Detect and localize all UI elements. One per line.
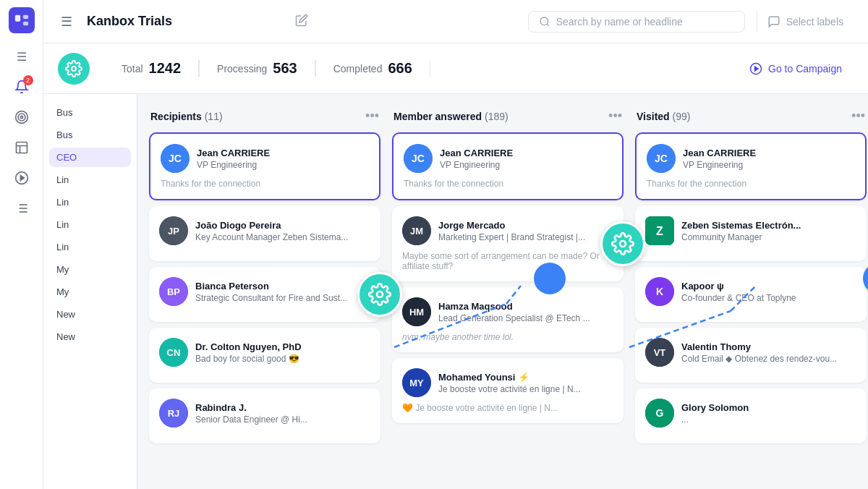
sidebar-icon-menu[interactable]: ☰ [9,43,35,69]
sidebar-icon-play[interactable] [9,165,35,191]
column-header-member: Member answered (189) ••• [392,106,624,127]
svg-marker-8 [20,176,24,181]
sidebar-icon-list[interactable] [9,195,35,221]
card-rabindra[interactable]: RJ Rabindra J. Senior Data Engineer @ Hi… [149,388,380,443]
side-nav-item-lin1[interactable]: Lin [49,170,131,190]
svg-text:VT: VT [654,347,666,358]
stat-completed: Completed 666 [315,60,430,77]
card-hamza[interactable]: HM Hamza Maqsood Lead Generation Special… [392,287,624,352]
card-message-mohamed: 🧡 Je booste votre activité en ligne | N.… [402,403,613,413]
card-bianca[interactable]: BP Bianca Peterson Strategic Consultant … [149,267,380,322]
card-joao[interactable]: JP João Diogo Pereira Key Account Manage… [149,206,380,261]
svg-point-32 [377,292,383,297]
card-person-colton: CN Dr. Colton Nguyen, PhD Bad boy for so… [159,338,370,367]
avatar-mohamed: MY [402,368,431,397]
person-role-glory: ... [681,414,749,425]
person-name-colton: Dr. Colton Nguyen, PhD [195,341,302,352]
person-name-jean-r: Jean CARRIERE [197,148,270,158]
person-info-glory: Glory Solomon ... [681,402,749,425]
search-placeholder: Search by name or headline [556,16,683,27]
notification-badge: 2 [23,75,33,85]
stat-total: Total 1242 [104,60,199,77]
svg-text:JC: JC [655,153,668,164]
person-name-jean-m: Jean CARRIERE [440,148,513,158]
svg-text:MY: MY [409,378,424,388]
sidebar-icon-notifications[interactable]: 2 [9,74,35,100]
stats-bar: Total 1242 Processing 563 Completed 666 … [43,43,868,94]
card-jean-visited[interactable]: JC Jean CARRIERE VP Engineering Thanks f… [635,132,867,200]
side-nav-item-my2[interactable]: My [49,282,131,302]
person-info-jean-m: Jean CARRIERE VP Engineering [440,148,513,170]
card-person-zeben: Z Zeben Sistemas Electrón... Community M… [645,216,856,245]
card-jorge[interactable]: JM Jorge Mercado Marketing Expert | Bran… [392,206,624,281]
column-title-member: Member answered (189) [393,111,509,122]
person-info-colton: Dr. Colton Nguyen, PhD Bad boy for socia… [195,341,302,364]
side-nav-item-lin2[interactable]: Lin [49,192,131,212]
page-title: Kanbox Trials [87,14,284,29]
select-labels[interactable]: Select labels [757,11,854,33]
avatar-jean-r: JC [161,144,190,173]
column-menu-recipients[interactable]: ••• [365,109,379,124]
menu-icon[interactable]: ☰ [58,11,75,33]
side-nav-item-lin4[interactable]: Lin [49,237,131,257]
card-mohamed[interactable]: MY Mohamed Younsi ⚡ Je booste votre acti… [392,358,624,423]
card-colton[interactable]: CN Dr. Colton Nguyen, PhD Bad boy for so… [149,328,380,383]
svg-text:JC: JC [412,153,425,164]
card-jean-recipients[interactable]: JC Jean CARRIERE VP Engineering Thanks f… [149,132,380,200]
side-nav: Bus Bus CEO Lin Lin Lin Lin My My New Ne… [43,94,137,489]
svg-text:JP: JP [168,226,179,237]
side-nav-item-lin3[interactable]: Lin [49,215,131,234]
avatar-zeben: Z [645,216,674,245]
card-message-jean-v: Thanks for the connection [647,179,855,189]
side-nav-item-bus2[interactable]: Bus [49,125,131,145]
card-person-joao: JP João Diogo Pereira Key Account Manage… [159,216,370,245]
person-role-jean-m: VP Engineering [440,160,513,170]
svg-point-4 [18,114,25,121]
edit-icon[interactable] [295,14,308,30]
card-person-bianca: BP Bianca Peterson Strategic Consultant … [159,277,370,306]
person-name-jean-v: Jean CARRIERE [683,148,756,158]
person-role-valentin: Cold Email ◆ Obtenez des rendez-vou... [681,354,837,364]
go-campaign-button[interactable]: Go to Campaign [738,56,854,81]
column-menu-visited[interactable]: ••• [851,109,865,124]
card-zeben[interactable]: Z Zeben Sistemas Electrón... Community M… [635,206,867,261]
person-info-jean-v: Jean CARRIERE VP Engineering [683,148,756,170]
svg-rect-1 [22,15,27,20]
column-header-visited: Visited (99) ••• [635,106,867,127]
side-nav-item-my1[interactable]: My [49,260,131,279]
svg-text:HM: HM [409,307,424,318]
person-name-rabindra: Rabindra J. [195,402,307,413]
person-role-mohamed: Je booste votre activité en ligne | N... [438,384,581,394]
card-message-jean-r: Thanks for the connection [161,179,369,189]
stat-processing: Processing 563 [199,60,315,77]
avatar-colton: CN [159,338,188,367]
stats-gear-icon [58,53,90,85]
top-header: ☰ Kanbox Trials Search by name or headli… [43,0,868,43]
card-valentin[interactable]: VT Valentin Thomy Cold Email ◆ Obtenez d… [635,328,867,383]
app-logo[interactable] [9,7,35,33]
card-message-jorge: Maybe some sort of arrangement can be ma… [402,251,613,271]
card-person-kapoor: K Kapoor ψ Co-founder & CEO at Toplyne [645,277,856,306]
side-nav-item-new2[interactable]: New [49,327,131,346]
card-glory[interactable]: G Glory Solomon ... [635,388,867,443]
sidebar-icon-box[interactable] [9,135,35,161]
search-bar[interactable]: Search by name or headline [528,11,745,33]
person-info-jorge: Jorge Mercado Marketing Expert | Brand S… [438,220,585,242]
avatar-valentin: VT [645,338,674,367]
card-kapoor[interactable]: K Kapoor ψ Co-founder & CEO at Toplyne [635,267,867,322]
person-role-kapoor: Co-founder & CEO at Toplyne [681,293,796,303]
svg-point-17 [72,67,76,71]
column-menu-member[interactable]: ••• [608,109,622,124]
side-nav-item-new1[interactable]: New [49,305,131,324]
avatar-jean-m: JC [404,144,433,173]
person-name-mohamed: Mohamed Younsi ⚡ [438,372,581,383]
person-info-joao: João Diogo Pereira Key Account Manager Z… [195,220,348,242]
person-info-valentin: Valentin Thomy Cold Email ◆ Obtenez des … [681,341,837,364]
svg-marker-19 [755,67,759,71]
side-nav-item-bus1[interactable]: Bus [49,103,131,122]
side-nav-item-ceo[interactable]: CEO [49,148,131,167]
person-role-bianca: Strategic Consultant for Fire and Sust..… [195,293,347,303]
person-name-bianca: Bianca Peterson [195,281,347,292]
sidebar-icon-target[interactable] [9,104,35,130]
card-jean-member[interactable]: JC Jean CARRIERE VP Engineering Thanks f… [392,132,624,200]
